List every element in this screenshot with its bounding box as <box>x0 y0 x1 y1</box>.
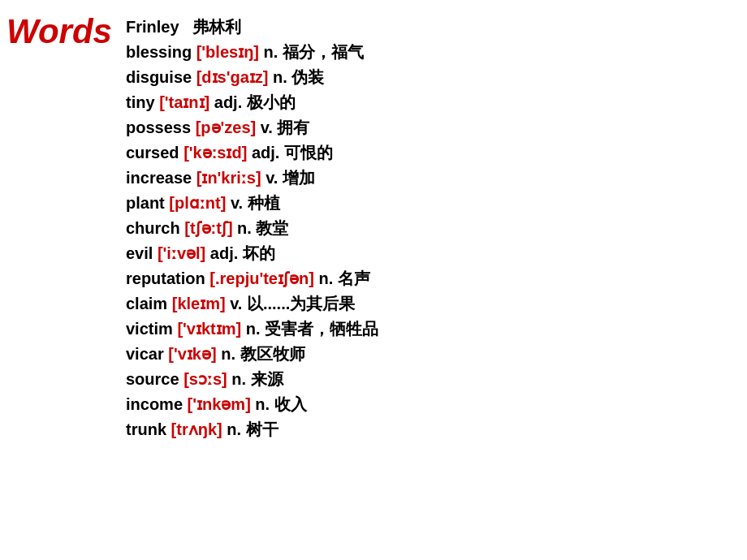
word-english: Frinley <box>126 18 179 36</box>
word-list: Frinley 弗林利blessing ['blesɪŋ] n. 福分，福气di… <box>126 8 747 442</box>
list-item: claim [kleɪm] v. 以......为其后果 <box>126 291 739 317</box>
list-item: evil ['iːvəl] adj. 坏的 <box>126 241 739 266</box>
word-english: reputation <box>126 269 205 287</box>
word-phonetic: ['taɪnɪ] <box>159 93 209 111</box>
word-pos: v. <box>256 118 273 136</box>
list-item: possess [pə'zes] v. 拥有 <box>126 115 739 140</box>
word-pos: n. <box>227 370 246 388</box>
word-phonetic: ['vɪkə] <box>168 345 216 363</box>
word-chinese: 种植 <box>243 194 280 212</box>
list-item: trunk [trʌŋk] n. 树干 <box>126 417 739 442</box>
word-phonetic: ['ɪnkəm] <box>188 395 251 413</box>
word-chinese: 增加 <box>278 169 315 187</box>
word-chinese: 树干 <box>241 420 279 438</box>
word-phonetic: ['blesɪŋ] <box>196 43 259 61</box>
word-chinese: 教区牧师 <box>235 345 305 363</box>
word-english: cursed <box>126 144 179 162</box>
list-item: blessing ['blesɪŋ] n. 福分，福气 <box>126 40 739 65</box>
list-item: plant [plɑːnt] v. 种植 <box>126 191 739 216</box>
word-chinese: 坏的 <box>238 244 275 262</box>
word-english: increase <box>126 169 192 187</box>
word-english: possess <box>126 118 191 136</box>
word-pos: n. <box>314 269 333 287</box>
word-phonetic: [tʃə:tʃ] <box>184 219 232 237</box>
word-english: church <box>126 219 180 237</box>
word-english: vicar <box>126 345 164 363</box>
list-item: reputation [.repju'teɪʃən] n. 名声 <box>126 266 739 291</box>
word-chinese: 来源 <box>246 370 283 388</box>
word-phonetic: [dɪs'gaɪz] <box>196 68 269 86</box>
word-chinese: 弗林利 <box>192 18 241 36</box>
word-english: claim <box>126 295 167 312</box>
word-pos: v. <box>261 169 279 187</box>
word-pos: adj. <box>205 244 238 262</box>
word-phonetic: [kleɪm] <box>172 295 226 312</box>
word-pos: n. <box>268 68 287 86</box>
word-english: income <box>126 395 183 413</box>
list-item: tiny ['taɪnɪ] adj. 极小的 <box>126 90 739 115</box>
word-chinese: 以......为其后果 <box>242 295 355 312</box>
word-phonetic: ['iːvəl] <box>158 244 205 262</box>
word-english: plant <box>126 194 165 212</box>
list-item: source [sɔːs] n. 来源 <box>126 367 739 392</box>
word-pos: n. <box>222 420 241 438</box>
word-chinese: 受害者，牺牲品 <box>260 320 378 338</box>
word-english: tiny <box>126 93 155 111</box>
word-pos: n. <box>259 43 278 61</box>
word-chinese: 可恨的 <box>279 144 333 162</box>
word-pos: n. <box>233 219 252 237</box>
word-chinese: 收入 <box>270 395 307 413</box>
word-english: disguise <box>126 68 192 86</box>
word-pos: n. <box>217 345 235 363</box>
word-phonetic: [.repju'teɪʃən] <box>209 269 314 287</box>
word-phonetic: [trʌŋk] <box>171 420 222 438</box>
title-section: Words <box>0 8 126 49</box>
word-chinese: 教堂 <box>252 219 289 237</box>
list-item: victim ['vɪktɪm] n. 受害者，牺牲品 <box>126 317 739 342</box>
word-phonetic: [sɔːs] <box>184 370 227 388</box>
word-phonetic: [ɪn'kriːs] <box>196 169 261 187</box>
list-item: vicar ['vɪkə] n. 教区牧师 <box>126 342 739 367</box>
word-pos: n. <box>251 395 270 413</box>
word-phonetic: [plɑːnt] <box>169 194 226 212</box>
list-item: cursed ['kə:sɪd] adj. 可恨的 <box>126 140 739 166</box>
list-item: income ['ɪnkəm] n. 收入 <box>126 392 739 417</box>
page-title: Words <box>6 12 112 50</box>
list-item: disguise [dɪs'gaɪz] n. 伪装 <box>126 65 739 90</box>
word-pos: adj. <box>247 144 279 162</box>
list-item: increase [ɪn'kriːs] v. 增加 <box>126 166 739 191</box>
word-phonetic: ['kə:sɪd] <box>184 144 247 162</box>
list-item: church [tʃə:tʃ] n. 教堂 <box>126 216 739 241</box>
word-phonetic: [pə'zes] <box>196 118 257 136</box>
word-pos: n. <box>241 320 260 338</box>
word-english: trunk <box>126 420 166 438</box>
word-pos: v. <box>226 295 243 312</box>
word-chinese: 伪装 <box>287 68 325 86</box>
word-english: victim <box>126 320 173 338</box>
word-chinese: 福分，福气 <box>278 43 364 61</box>
word-english: source <box>126 370 179 388</box>
word-chinese: 极小的 <box>242 93 296 111</box>
word-phonetic: ['vɪktɪm] <box>177 320 241 338</box>
list-item: Frinley 弗林利 <box>126 15 739 40</box>
word-pos: v. <box>226 194 243 212</box>
word-pos: adj. <box>209 93 242 111</box>
word-english: blessing <box>126 43 192 61</box>
word-english: evil <box>126 244 153 262</box>
word-chinese: 名声 <box>333 269 370 287</box>
word-chinese: 拥有 <box>273 118 310 136</box>
